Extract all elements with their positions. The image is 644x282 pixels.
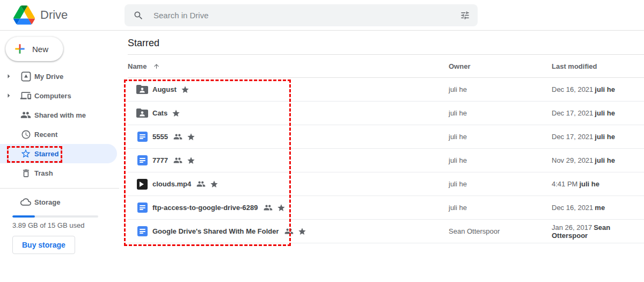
expand-arrow-icon[interactable] bbox=[4, 71, 13, 81]
file-row-ftp-access[interactable]: ftp-access-to-google-drive-6289 juli he … bbox=[128, 196, 644, 220]
shared-people-icon bbox=[173, 132, 182, 141]
google-doc-icon bbox=[136, 132, 148, 142]
buy-storage-button[interactable]: Buy storage bbox=[12, 236, 75, 254]
file-row-august[interactable]: August juli he Dec 16, 2021juli he bbox=[128, 78, 644, 102]
sidebar-item-trash[interactable]: Trash bbox=[0, 163, 125, 183]
search-icon[interactable] bbox=[133, 10, 144, 21]
star-icon bbox=[298, 227, 306, 236]
file-name: 7777 bbox=[152, 156, 168, 164]
file-row-clouds-mp4[interactable]: clouds.mp4 juli he 4:41 PMjuli he bbox=[128, 172, 644, 196]
owner: juli he bbox=[449, 133, 552, 141]
last-modified: Dec 16, 2021juli he bbox=[552, 85, 644, 93]
search-input[interactable] bbox=[152, 10, 460, 20]
column-header-name[interactable]: Name bbox=[128, 62, 449, 70]
storage-progress-fill bbox=[12, 215, 35, 218]
star-icon bbox=[277, 204, 286, 212]
star-outline-icon bbox=[20, 148, 31, 159]
file-row-5555[interactable]: 5555 juli he Dec 17, 2021juli he bbox=[128, 125, 644, 149]
recent-icon bbox=[20, 129, 31, 140]
sidebar: New My Drive Computers Shared with me bbox=[0, 31, 125, 282]
column-header-owner[interactable]: Owner bbox=[449, 62, 552, 70]
search-options-icon[interactable] bbox=[460, 10, 470, 20]
my-drive-icon bbox=[20, 71, 31, 82]
star-icon bbox=[210, 180, 218, 189]
owner: juli he bbox=[449, 85, 552, 93]
storage-usage-text: 3.89 GB of 15 GB used bbox=[12, 221, 84, 229]
sidebar-item-starred[interactable]: Starred bbox=[0, 144, 117, 163]
last-modified: Jan 26, 2017Sean Otterspoor bbox=[552, 223, 644, 240]
sort-ascending-icon[interactable] bbox=[153, 63, 160, 70]
star-icon bbox=[172, 109, 180, 118]
last-modified: Dec 17, 2021juli he bbox=[552, 133, 644, 141]
owner: juli he bbox=[449, 180, 552, 188]
sidebar-item-my-drive[interactable]: My Drive bbox=[0, 67, 125, 86]
file-name: August bbox=[152, 85, 177, 93]
plus-icon bbox=[13, 42, 27, 56]
shared-people-icon bbox=[173, 156, 182, 165]
owner: juli he bbox=[449, 109, 552, 117]
google-doc-icon bbox=[136, 155, 148, 165]
sidebar-divider bbox=[0, 188, 119, 189]
page-title: Starred bbox=[128, 38, 159, 48]
star-icon bbox=[187, 133, 195, 141]
file-name: ftp-access-to-google-drive-6289 bbox=[152, 204, 258, 212]
computers-icon bbox=[20, 90, 31, 101]
last-modified: Nov 29, 2021juli he bbox=[552, 156, 644, 164]
last-modified: Dec 17, 2021juli he bbox=[552, 109, 644, 117]
expand-arrow-icon[interactable] bbox=[4, 91, 13, 100]
owner: Sean Otterspoor bbox=[449, 227, 552, 235]
shared-people-icon bbox=[264, 203, 273, 212]
drive-logo[interactable]: Drive bbox=[13, 5, 68, 25]
search-bar[interactable] bbox=[125, 4, 478, 26]
shared-with-me-icon bbox=[20, 110, 31, 120]
file-name: Cats bbox=[152, 109, 167, 117]
star-icon bbox=[181, 85, 189, 94]
new-button[interactable]: New bbox=[5, 37, 63, 61]
drive-logo-icon bbox=[13, 5, 35, 25]
last-modified: Dec 16, 2021me bbox=[552, 204, 644, 212]
video-file-icon bbox=[136, 179, 148, 190]
sidebar-nav: My Drive Computers Shared with me Recent… bbox=[0, 67, 125, 183]
file-row-7777[interactable]: 7777 juli he Nov 29, 2021juli he bbox=[128, 149, 644, 172]
new-button-label: New bbox=[32, 45, 48, 54]
main-content: Starred Name Owner Last modified August … bbox=[125, 31, 644, 243]
owner: juli he bbox=[449, 204, 552, 212]
sidebar-item-computers[interactable]: Computers bbox=[0, 86, 125, 105]
file-name: 5555 bbox=[152, 133, 168, 141]
file-row-shared-with-me-folder[interactable]: Google Drive's Shared With Me Folder Sea… bbox=[128, 220, 644, 243]
google-doc-icon bbox=[136, 226, 148, 236]
cloud-icon bbox=[20, 197, 31, 207]
shared-people-icon bbox=[284, 227, 294, 236]
shared-folder-icon bbox=[136, 85, 148, 95]
google-doc-icon bbox=[136, 203, 148, 213]
trash-icon bbox=[20, 168, 31, 178]
sidebar-item-storage[interactable]: Storage bbox=[0, 192, 125, 212]
star-icon bbox=[187, 156, 195, 165]
column-header-last-modified[interactable]: Last modified bbox=[552, 62, 644, 70]
shared-folder-icon bbox=[136, 109, 148, 118]
page-title-row: Starred bbox=[128, 31, 644, 55]
app-name: Drive bbox=[40, 8, 68, 22]
last-modified: 4:41 PMjuli he bbox=[552, 180, 644, 188]
file-name: Google Drive's Shared With Me Folder bbox=[152, 227, 279, 235]
top-bar: Drive bbox=[0, 0, 644, 31]
file-name: clouds.mp4 bbox=[152, 180, 191, 188]
storage-label: Storage bbox=[34, 198, 60, 206]
table-header: Name Owner Last modified bbox=[128, 55, 644, 78]
sidebar-item-recent[interactable]: Recent bbox=[0, 125, 125, 144]
owner: juli he bbox=[449, 156, 552, 164]
sidebar-item-shared-with-me[interactable]: Shared with me bbox=[0, 105, 125, 125]
shared-people-icon bbox=[196, 179, 206, 189]
file-row-cats[interactable]: Cats juli he Dec 17, 2021juli he bbox=[128, 102, 644, 125]
storage-progress-bar bbox=[12, 215, 98, 218]
